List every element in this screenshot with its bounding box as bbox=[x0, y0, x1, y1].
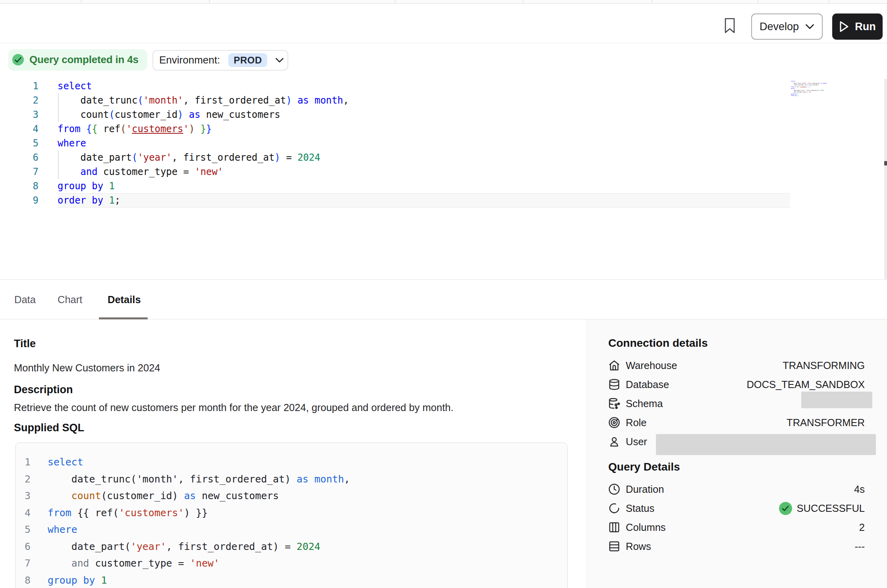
environment-selector[interactable]: Environment: PROD bbox=[152, 50, 288, 71]
line-number: 1 bbox=[0, 79, 39, 93]
description-value: Retrieve the count of new customers per … bbox=[14, 402, 453, 413]
detail-row-role: RoleTRANSFORMER bbox=[608, 413, 865, 432]
chevron-down-icon bbox=[805, 24, 814, 29]
query-details-heading: Query Details bbox=[608, 461, 680, 473]
results-tab-bar: DataChartDetails bbox=[0, 280, 887, 319]
code-line: where bbox=[791, 88, 827, 90]
window-tab[interactable] bbox=[0, 0, 81, 3]
code-line: from {{ ref('customers') }} bbox=[48, 505, 350, 522]
code-line: date_part('year', first_ordered_at) = 20… bbox=[58, 150, 349, 165]
window-tab[interactable] bbox=[523, 0, 652, 3]
detail-row-columns: Columns2 bbox=[608, 518, 865, 537]
check-circle-icon bbox=[12, 54, 24, 65]
sql-editor-pane: Query completed in 4s Environment: PROD … bbox=[0, 44, 887, 280]
sql-line-numbers: 12345678 bbox=[15, 454, 31, 588]
detail-label: Columns bbox=[626, 522, 666, 533]
line-number: 3 bbox=[15, 488, 31, 505]
line-number: 1 bbox=[15, 454, 31, 471]
editor-line-numbers: 123456789 bbox=[0, 79, 39, 208]
loader-icon bbox=[608, 502, 620, 514]
detail-value: --- bbox=[855, 541, 865, 552]
window-tab[interactable] bbox=[395, 0, 523, 3]
code-line: date_trunc('month', first_ordered_at) as… bbox=[48, 471, 350, 488]
editor-scrollbar-thumb[interactable] bbox=[884, 161, 887, 165]
detail-row-rows: Rows--- bbox=[608, 537, 865, 556]
tab-details[interactable]: Details bbox=[99, 280, 150, 319]
connection-panel: Connection details WarehouseTRANSFORMING… bbox=[587, 319, 887, 588]
run-button[interactable]: Run bbox=[832, 13, 883, 40]
code-line: select bbox=[58, 79, 349, 93]
title-heading: Title bbox=[14, 338, 36, 350]
environment-label: Environment: bbox=[159, 54, 220, 66]
line-number: 5 bbox=[0, 136, 39, 150]
play-icon bbox=[839, 21, 849, 33]
detail-value: TRANSFORMING bbox=[783, 360, 865, 371]
target-icon bbox=[608, 417, 620, 429]
ref-link[interactable]: customers bbox=[132, 123, 183, 135]
window-tab[interactable] bbox=[210, 0, 395, 3]
details-content: Title Monthly New Customers in 2024 Desc… bbox=[0, 319, 587, 588]
line-number: 4 bbox=[15, 505, 31, 522]
editor-code: select date_trunc('month', first_ordered… bbox=[58, 79, 349, 208]
line-number: 8 bbox=[15, 572, 31, 588]
line-number: 8 bbox=[0, 179, 39, 193]
detail-value: 4s bbox=[854, 484, 865, 495]
code-line: group by 1 bbox=[791, 93, 827, 95]
detail-label: Schema bbox=[626, 398, 663, 409]
editor-scrollbar[interactable] bbox=[884, 79, 887, 280]
line-number: 9 bbox=[0, 193, 39, 208]
code-line: count(customer_id) as new_customers bbox=[791, 84, 827, 86]
line-number: 6 bbox=[15, 538, 31, 555]
detail-value: 2 bbox=[859, 522, 865, 533]
detail-label: Database bbox=[626, 379, 669, 390]
code-line: group by 1 bbox=[48, 572, 350, 588]
toolbar: Develop Run bbox=[0, 4, 887, 43]
editor-minimap: select date_trunc('month', first_ordered… bbox=[791, 81, 827, 97]
detail-label: Role bbox=[626, 417, 646, 429]
redacted-value bbox=[801, 392, 872, 408]
window-tab[interactable] bbox=[81, 0, 210, 3]
code-line: date_trunc('month', first_ordered_at) as… bbox=[58, 93, 349, 108]
window-tab[interactable] bbox=[758, 0, 829, 3]
supplied-sql-heading: Supplied SQL bbox=[14, 422, 84, 434]
tab-chart[interactable]: Chart bbox=[49, 280, 91, 319]
title-value: Monthly New Customers in 2024 bbox=[14, 362, 160, 374]
detail-value bbox=[801, 395, 865, 412]
detail-row-database: DatabaseDOCS_TEAM_SANDBOX bbox=[608, 375, 865, 394]
bookmark-button[interactable] bbox=[724, 16, 740, 35]
schema-icon bbox=[608, 398, 620, 409]
bookmark-icon bbox=[724, 18, 735, 34]
detail-row-schema: Schema bbox=[608, 394, 865, 413]
detail-value: TRANSFORMER bbox=[787, 417, 865, 429]
code-line: date_part('year', first_ordered_at) = 20… bbox=[48, 538, 350, 555]
window-tab[interactable] bbox=[829, 0, 887, 3]
detail-label: Warehouse bbox=[626, 360, 677, 371]
code-line: count(customer_id) as new_customers bbox=[48, 488, 350, 505]
line-number: 6 bbox=[0, 150, 39, 165]
sql-code-lines: select date_trunc('month', first_ordered… bbox=[48, 454, 350, 588]
code-line: select bbox=[791, 81, 827, 83]
redacted-value bbox=[656, 434, 876, 455]
detail-label: Rows bbox=[626, 541, 651, 552]
ref-link[interactable]: customers bbox=[800, 86, 806, 88]
develop-menu-button[interactable]: Develop bbox=[751, 13, 823, 40]
code-line: select bbox=[48, 454, 350, 471]
code-line: where bbox=[58, 136, 349, 150]
columns-icon bbox=[608, 521, 620, 533]
supplied-sql-code-block: 12345678 select date_trunc('month', firs… bbox=[15, 442, 568, 588]
line-number: 5 bbox=[15, 521, 31, 538]
run-label: Run bbox=[855, 21, 875, 33]
code-editor[interactable]: 123456789 select date_trunc('month', fir… bbox=[0, 79, 887, 279]
environment-badge: PROD bbox=[228, 53, 267, 67]
detail-value: SUCCESSFUL bbox=[779, 502, 865, 515]
window-tab-strip bbox=[0, 0, 887, 4]
detail-row-warehouse: WarehouseTRANSFORMING bbox=[608, 356, 865, 375]
line-number: 3 bbox=[0, 108, 39, 122]
window-tab[interactable] bbox=[652, 0, 758, 3]
code-line: count(customer_id) as new_customers bbox=[58, 108, 349, 122]
tab-data[interactable]: Data bbox=[6, 280, 44, 319]
line-number: 2 bbox=[0, 93, 39, 108]
code-line: order by 1; bbox=[791, 95, 827, 97]
query-status-message: Query completed in 4s bbox=[29, 54, 139, 66]
code-line: date_trunc('month', first_ordered_at) as… bbox=[791, 83, 827, 85]
